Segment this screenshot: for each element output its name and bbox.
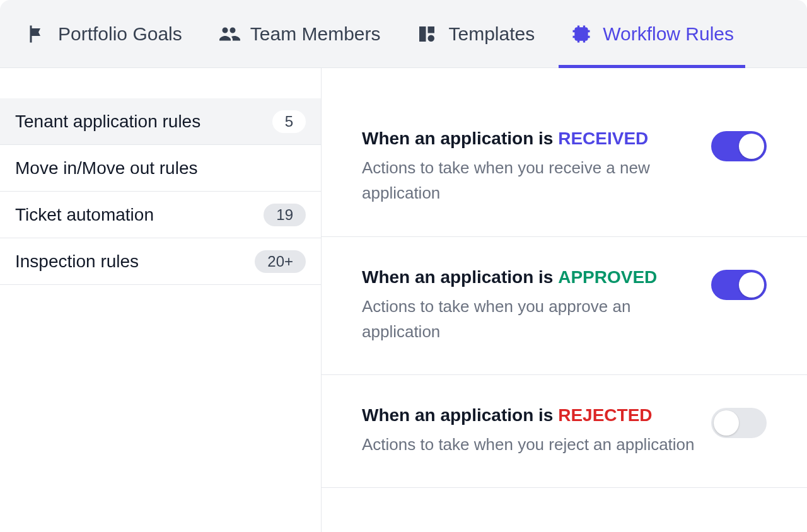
tab-portfolio-goals[interactable]: Portfolio Goals <box>8 0 200 67</box>
tab-templates[interactable]: Templates <box>398 0 552 67</box>
sidebar-item-label: Move in/Move out rules <box>15 158 197 178</box>
count-badge: 5 <box>272 110 306 133</box>
count-badge: 20+ <box>255 250 306 273</box>
svg-rect-1 <box>579 32 584 37</box>
rule-description: Actions to take when you reject an appli… <box>362 432 696 457</box>
sidebar-item-move-in-out-rules[interactable]: Move in/Move out rules <box>0 145 321 192</box>
tab-workflow-rules[interactable]: Workflow Rules <box>552 0 752 67</box>
rule-card-received: When an application is RECEIVED Actions … <box>322 98 807 237</box>
rule-title: When an application is APPROVED <box>362 267 696 287</box>
rule-description: Actions to take when you approve an appl… <box>362 294 696 345</box>
rule-toggle-rejected[interactable] <box>711 408 767 438</box>
rule-title-prefix: When an application is <box>362 267 558 287</box>
rule-description: Actions to take when you receive a new a… <box>362 155 696 206</box>
count-badge: 19 <box>264 204 306 226</box>
status-badge: RECEIVED <box>558 129 648 148</box>
rule-title: When an application is RECEIVED <box>362 129 696 149</box>
status-badge: REJECTED <box>558 405 652 425</box>
sidebar: Tenant application rules 5 Move in/Move … <box>0 68 322 532</box>
tab-label: Portfolio Goals <box>58 23 182 45</box>
content-area: Tenant application rules 5 Move in/Move … <box>0 68 807 532</box>
flag-icon <box>25 23 48 45</box>
tabs-header: Portfolio Goals Team Members Templates W… <box>0 0 807 68</box>
tab-team-members[interactable]: Team Members <box>200 0 398 67</box>
rule-title-prefix: When an application is <box>362 129 558 148</box>
toggle-knob <box>739 272 764 298</box>
rule-toggle-approved[interactable] <box>711 270 767 300</box>
sidebar-item-label: Inspection rules <box>15 252 139 272</box>
tab-label: Team Members <box>250 23 381 45</box>
rules-panel: When an application is RECEIVED Actions … <box>322 68 807 532</box>
rule-card-approved: When an application is APPROVED Actions … <box>322 237 807 376</box>
rule-title-prefix: When an application is <box>362 405 558 425</box>
sidebar-item-ticket-automation[interactable]: Ticket automation 19 <box>0 192 321 238</box>
cpu-icon <box>570 23 593 45</box>
rule-text: When an application is APPROVED Actions … <box>362 267 696 345</box>
shapes-icon <box>415 23 438 45</box>
sidebar-item-label: Ticket automation <box>15 205 154 225</box>
status-badge: APPROVED <box>558 267 657 287</box>
rule-toggle-received[interactable] <box>711 131 767 161</box>
users-icon <box>218 23 240 45</box>
sidebar-item-label: Tenant application rules <box>15 112 200 132</box>
tab-label: Workflow Rules <box>603 23 734 45</box>
tab-label: Templates <box>448 23 535 45</box>
toggle-knob <box>739 134 764 159</box>
rule-card-rejected: When an application is REJECTED Actions … <box>322 375 807 488</box>
sidebar-item-inspection-rules[interactable]: Inspection rules 20+ <box>0 238 321 285</box>
toggle-knob <box>714 410 739 436</box>
rule-text: When an application is REJECTED Actions … <box>362 405 696 457</box>
rule-title: When an application is REJECTED <box>362 405 696 425</box>
sidebar-item-tenant-application-rules[interactable]: Tenant application rules 5 <box>0 98 321 145</box>
rule-text: When an application is RECEIVED Actions … <box>362 129 696 206</box>
